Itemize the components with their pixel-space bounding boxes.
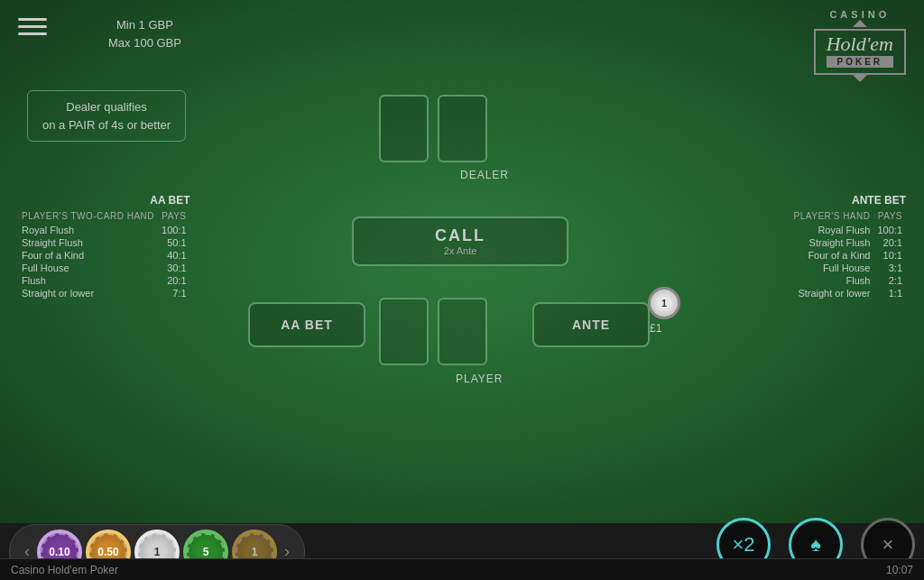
ante-pays-1: 100:1 [873,224,906,236]
player-card-1 [379,298,429,365]
aa-row-3: Four of a Kind 40:1 [18,249,190,262]
aa-hand-5: Flush [18,274,158,287]
diamond-top-icon [853,20,867,27]
aa-row-1: Royal Flush 100:1 [18,224,190,236]
dealer-card-1 [379,95,429,162]
call-sublabel: 2x Ante [444,245,477,256]
ante-payout-title: ANTE BET [790,194,906,207]
player-card-2 [438,298,487,365]
ante-pays-2: 20:1 [873,236,906,249]
ante-button[interactable]: ANTE [532,302,650,347]
bet-max: Max 100 GBP [108,34,181,52]
holdem-box: Hold'em POKER [814,29,906,75]
ante-hand-header: PLAYER'S HAND [790,210,874,224]
dealer-qualifier: Dealer qualifies on a PAIR of 4s or bett… [27,90,186,142]
ante-pays-5: 2:1 [873,274,906,287]
menu-button[interactable] [18,18,47,35]
ante-hand-3: Four of a Kind [790,249,874,262]
ante-label: ANTE [572,318,610,332]
ante-row-1: Royal Flush 100:1 [790,224,906,236]
aa-hand-6: Straight or lower [18,287,158,299]
dealer-label: DEALER [460,169,509,181]
call-label: CALL [435,226,485,245]
status-time: 10:07 [886,564,913,576]
ante-row-5: Flush 2:1 [790,274,906,287]
ante-pays-4: 3:1 [873,262,906,274]
aa-pays-4: 30:1 [158,262,190,274]
bet-limits: Min 1 GBP Max 100 GBP [108,16,181,51]
aa-bet-button[interactable]: AA BET [248,302,365,347]
ante-hand-2: Straight Flush [790,236,874,249]
aa-row-5: Flush 20:1 [18,274,190,287]
aa-pays-5: 20:1 [158,274,190,287]
ante-chip-amount: £1 [650,322,661,335]
ante-row-6: Straight or lower 1:1 [790,287,906,299]
ante-pays-header: PAYS [873,210,906,224]
aa-hand-3: Four of a Kind [18,249,158,262]
ante-row-3: Four of a Kind 10:1 [790,249,906,262]
aa-pays-3: 40:1 [158,249,190,262]
diamond-bottom-icon [853,75,867,82]
status-bar: Casino Hold'em Poker 10:07 [0,558,924,580]
aa-hand-header: PLAYER'S TWO-CARD HAND [18,210,158,224]
call-button[interactable]: CALL 2x Ante [352,216,568,266]
aa-row-2: Straight Flush 50:1 [18,236,190,249]
aa-hand-4: Full House [18,262,158,274]
dealer-card-2 [438,95,487,162]
ante-hand-1: Royal Flush [790,224,874,236]
aa-pays-2: 50:1 [158,236,190,249]
poker-text: POKER [827,56,893,68]
player-label: PLAYER [456,373,503,385]
bet-min: Min 1 GBP [108,16,181,34]
aa-hand-1: Royal Flush [18,224,158,236]
game-table: Min 1 GBP Max 100 GBP CASINO Hold'em POK… [0,0,924,523]
aa-payout-title: AA BET [18,194,190,207]
ante-hand-5: Flush [790,274,874,287]
aa-row-4: Full House 30:1 [18,262,190,274]
ante-pays-3: 10:1 [873,249,906,262]
aa-row-6: Straight or lower 7:1 [18,287,190,299]
aa-payout-table: AA BET PLAYER'S TWO-CARD HAND PAYS Royal… [18,194,190,299]
casino-name: CASINO [814,9,906,20]
ante-hand-6: Straight or lower [790,287,874,299]
aa-pays-1: 100:1 [158,224,190,236]
ante-hand-4: Full House [790,262,874,274]
aa-bet-label: AA BET [281,318,333,332]
game-name: Casino Hold'em Poker [11,564,118,576]
holdem-text: Hold'em [827,34,893,54]
ante-chip: 1 [648,287,680,319]
ante-row-2: Straight Flush 20:1 [790,236,906,249]
ante-payout-table: ANTE BET PLAYER'S HAND PAYS Royal Flush … [790,194,906,299]
aa-pays-header: PAYS [158,210,190,224]
casino-logo: CASINO Hold'em POKER [814,9,906,82]
aa-hand-2: Straight Flush [18,236,158,249]
ante-pays-6: 1:1 [873,287,906,299]
ante-row-4: Full House 3:1 [790,262,906,274]
aa-pays-6: 7:1 [158,287,190,299]
